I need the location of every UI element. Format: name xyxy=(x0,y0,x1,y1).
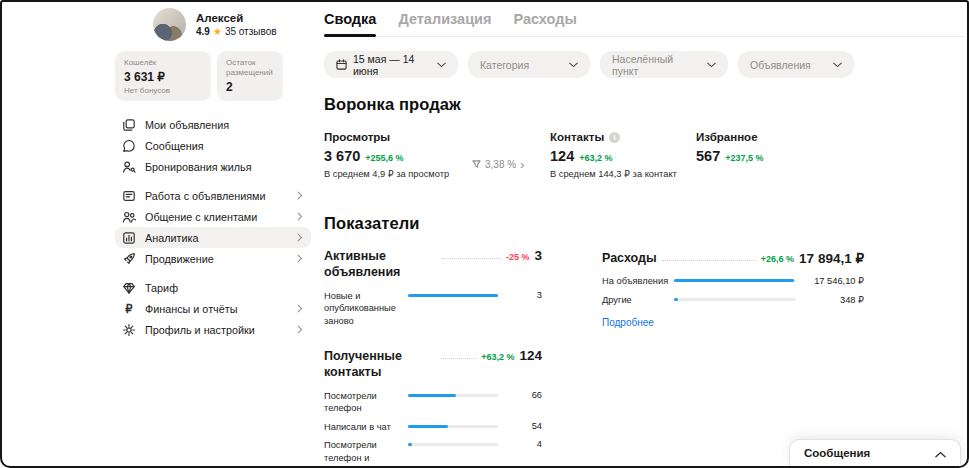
sidebar-item-profile-settings[interactable]: Профиль и настройки xyxy=(115,319,311,340)
messages-widget[interactable]: Сообщения xyxy=(789,439,961,466)
card-title: Полученные контакты xyxy=(324,348,436,381)
placements-value: 2 xyxy=(226,80,274,94)
bar-fill xyxy=(674,279,794,282)
funnel-favorites: Избранное 567 +237,5 % xyxy=(696,131,965,179)
chevron-down-icon xyxy=(437,62,446,68)
card-title: Активные объявления xyxy=(324,248,436,281)
settings-icon xyxy=(122,323,136,337)
sidebar-item-finance[interactable]: ₽Финансы и отчёты xyxy=(115,298,311,319)
views-change: +255,6 % xyxy=(365,153,403,163)
sidebar-item-label: Бронирования жилья xyxy=(145,161,252,173)
card-value: 3 xyxy=(534,248,542,263)
views-to-contacts-conversion[interactable]: 3,38 % › xyxy=(472,150,550,179)
sidebar-item-messages[interactable]: Сообщения xyxy=(115,135,311,156)
sidebar-item-analytics[interactable]: Аналитика xyxy=(115,227,311,248)
card-value: 17 894,1 ₽ xyxy=(799,250,864,266)
bar-fill xyxy=(674,298,678,301)
star-icon xyxy=(213,26,222,37)
contacts-value: 124 xyxy=(550,148,574,164)
favorites-change: +237,5 % xyxy=(725,153,763,163)
sidebar-item-label: Профиль и настройки xyxy=(145,324,255,336)
contacts-change: +63,2 % xyxy=(579,153,612,163)
metric-row: Другие 348 ₽ xyxy=(602,294,864,307)
tab-details[interactable]: Детализация xyxy=(398,11,491,36)
views-label: Просмотры xyxy=(324,131,472,143)
indicator-cards: Активные объявления -25 % 3 Новые и опуб… xyxy=(324,248,965,460)
filters: 15 мая — 14 июня Категория Населённый пу… xyxy=(324,51,965,78)
card-title: Расходы xyxy=(602,250,657,266)
funnel-row: Просмотры 3 670 +255,6 % В среднем 4,9 ₽… xyxy=(324,131,965,179)
listings-icon xyxy=(122,118,136,132)
chevron-right-icon xyxy=(297,233,303,242)
messages-icon xyxy=(122,139,136,153)
bar-fill xyxy=(408,443,412,446)
metric-row: Посмотрели телефон и написали в чат 4 xyxy=(324,439,542,468)
metric-row: Посмотрели телефон 66 xyxy=(324,390,542,415)
sidebar-item-bookings[interactable]: Бронирования жилья xyxy=(115,156,311,177)
bar-fill xyxy=(408,294,498,297)
funnel-contacts: Контакты 124 +63,2 % В среднем 144,3 ₽ з… xyxy=(550,131,696,179)
work-listings-icon xyxy=(122,189,136,203)
chevron-right-icon xyxy=(297,304,303,313)
chevron-right-icon: › xyxy=(520,159,524,171)
dotted-leader xyxy=(441,348,476,359)
sidebar: Алексей 4.9 35 отзывов Кошелёк 3 631 ₽ Н… xyxy=(115,8,311,348)
booking-icon xyxy=(122,160,136,174)
sidebar-item-label: Мои объявления xyxy=(145,119,229,131)
sidebar-item-label: Работа с объявлениями xyxy=(145,190,266,202)
bar-track xyxy=(408,425,498,428)
tabs: Сводка Детализация Расходы xyxy=(324,2,965,37)
placements-title: Остаток размещений xyxy=(226,58,274,78)
card-received-contacts: Полученные контакты +63,2 % 124 Посмотре… xyxy=(324,348,542,468)
filter-listings[interactable]: Объявления xyxy=(738,51,854,78)
info-icon[interactable] xyxy=(609,132,620,143)
placements-card[interactable]: Остаток размещений 2 xyxy=(217,51,283,101)
sidebar-item-promotion[interactable]: Продвижение xyxy=(115,248,311,269)
metric-row: На объявления 17 546,10 ₽ xyxy=(602,275,864,288)
metric-row: Новые и опубликованные заново 3 xyxy=(324,290,542,328)
chevron-down-icon xyxy=(707,62,716,68)
bar-track xyxy=(408,443,498,446)
profile-rating: 4.9 xyxy=(196,26,210,37)
indicators-title: Показатели xyxy=(324,214,965,233)
finance-icon: ₽ xyxy=(122,302,136,316)
chevron-right-icon xyxy=(297,325,303,334)
tab-expenses[interactable]: Расходы xyxy=(513,11,576,36)
filter-locality[interactable]: Населённый пункт xyxy=(600,51,728,78)
sidebar-item-label: Общение с клиентами xyxy=(145,211,257,223)
views-sub: В среднем 4,9 ₽ за просмотр xyxy=(324,168,472,179)
bar-track xyxy=(674,279,796,282)
conversion-value: 3,38 % xyxy=(485,159,516,170)
bar-fill xyxy=(408,394,456,397)
sidebar-item-client-communication[interactable]: Общение с клиентами xyxy=(115,206,311,227)
sidebar-item-label: Аналитика xyxy=(145,232,198,244)
chevron-right-icon xyxy=(297,191,303,200)
tab-summary[interactable]: Сводка xyxy=(324,11,376,36)
chevron-down-icon xyxy=(569,62,578,68)
sidebar-item-my-listings[interactable]: Мои объявления xyxy=(115,114,311,135)
card-active-listings: Активные объявления -25 % 3 Новые и опуб… xyxy=(324,248,542,333)
funnel-views: Просмотры 3 670 +255,6 % В среднем 4,9 ₽… xyxy=(324,131,472,179)
profile-name: Алексей xyxy=(196,12,277,24)
promotion-icon xyxy=(122,252,136,266)
bar-fill xyxy=(408,425,448,428)
svg-text:₽: ₽ xyxy=(125,303,133,315)
sidebar-item-label: Тариф xyxy=(145,282,178,294)
chevron-up-icon xyxy=(935,444,946,462)
analytics-icon xyxy=(122,231,136,245)
sidebar-item-tariff[interactable]: Тариф xyxy=(115,277,311,298)
calendar-icon xyxy=(336,59,347,70)
filter-date-range[interactable]: 15 мая — 14 июня xyxy=(324,51,458,78)
details-link[interactable]: Подробнее xyxy=(602,317,654,328)
sidebar-item-work-with-listings[interactable]: Работа с объявлениями xyxy=(115,185,311,206)
wallet-card[interactable]: Кошелёк 3 631 ₽ Нет бонусов xyxy=(115,51,211,101)
favorites-value: 567 xyxy=(696,148,720,164)
profile[interactable]: Алексей 4.9 35 отзывов xyxy=(153,8,311,41)
contacts-sub: В среднем 144,3 ₽ за контакт xyxy=(550,168,696,179)
page: Алексей 4.9 35 отзывов Кошелёк 3 631 ₽ Н… xyxy=(0,0,969,468)
sidebar-item-label: Продвижение xyxy=(145,253,214,265)
card-value: 124 xyxy=(519,348,542,363)
card-change: +63,2 % xyxy=(481,352,514,362)
wallet-amount: 3 631 ₽ xyxy=(124,70,202,84)
filter-category[interactable]: Категория xyxy=(468,51,590,78)
